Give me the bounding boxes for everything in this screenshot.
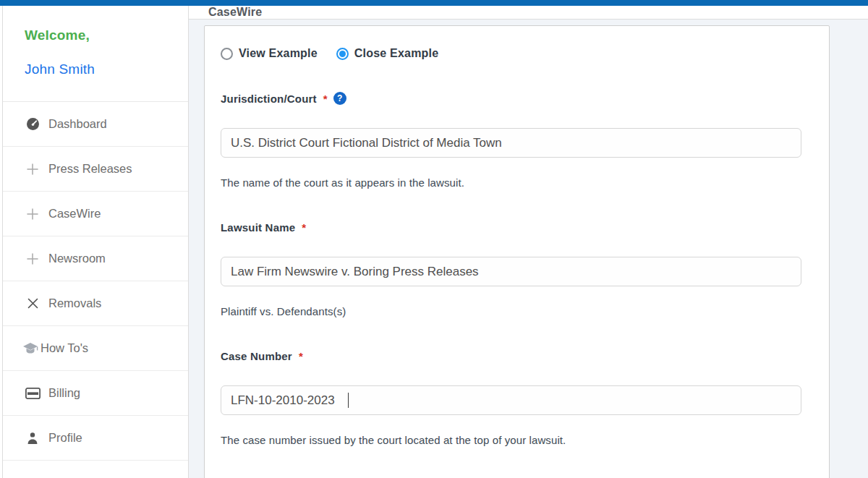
sidebar-item-dashboard[interactable]: Dashboard xyxy=(3,102,188,147)
welcome-block: Welcome, John Smith xyxy=(3,6,188,101)
content-background: View Example Close Example Jurisdiction/… xyxy=(189,20,868,478)
radio-unselected-icon[interactable] xyxy=(221,48,233,60)
jurisdiction-label-row: Jurisdiction/Court * ? xyxy=(221,92,801,105)
field-helper-text: Plaintiff vs. Defendants(s) xyxy=(221,305,801,317)
text-caret xyxy=(348,393,349,408)
lawsuit-name-input-wrap xyxy=(221,257,801,286)
sidebar-item-label: Newsroom xyxy=(48,252,106,265)
user-name-link[interactable]: John Smith xyxy=(25,61,166,77)
sidebar-item-press-releases[interactable]: Press Releases xyxy=(3,147,188,192)
sidebar-item-label: Dashboard xyxy=(48,117,107,131)
sidebar-nav: Dashboard Press Releases CaseWire xyxy=(3,101,188,461)
radio-selected-icon[interactable] xyxy=(336,48,349,60)
sidebar-item-label: Billing xyxy=(48,386,80,400)
dashboard-gauge-icon xyxy=(24,117,41,131)
radio-close-example[interactable]: Close Example xyxy=(336,47,438,60)
top-accent-bar xyxy=(0,0,868,6)
case-number-label-row: Case Number * xyxy=(221,349,801,362)
field-label: Lawsuit Name xyxy=(221,221,295,234)
sidebar: Welcome, John Smith Dashboard xyxy=(2,6,189,478)
lawsuit-name-input[interactable] xyxy=(221,257,801,286)
x-icon xyxy=(24,297,41,310)
casewire-form-card: View Example Close Example Jurisdiction/… xyxy=(204,25,830,478)
sidebar-item-billing[interactable]: Billing xyxy=(3,371,188,416)
sidebar-item-label: Press Releases xyxy=(48,162,132,176)
page-title: CaseWire xyxy=(208,6,262,19)
sidebar-item-how-tos[interactable]: How To's xyxy=(3,326,188,371)
sidebar-item-newsroom[interactable]: Newsroom xyxy=(3,236,188,281)
sidebar-item-label: Removals xyxy=(48,296,101,310)
field-label: Case Number xyxy=(221,350,292,362)
example-radio-row: View Example Close Example xyxy=(221,47,801,60)
sidebar-item-label: Profile xyxy=(48,431,82,445)
sidebar-item-casewire[interactable]: CaseWire xyxy=(3,192,188,236)
radio-label: View Example xyxy=(239,47,318,60)
credit-card-icon xyxy=(24,388,41,399)
case-number-input[interactable] xyxy=(221,385,801,415)
required-asterisk: * xyxy=(299,350,303,362)
required-asterisk: * xyxy=(323,93,328,105)
help-question-icon[interactable]: ? xyxy=(333,92,346,105)
plus-icon xyxy=(24,163,41,176)
page-header: CaseWire xyxy=(189,6,868,20)
required-asterisk: * xyxy=(302,221,306,234)
sidebar-item-label: How To's xyxy=(41,341,88,355)
main-area: CaseWire View Example Close Example xyxy=(189,6,868,478)
case-number-input-wrap xyxy=(221,385,801,415)
sidebar-item-removals[interactable]: Removals xyxy=(3,281,188,326)
graduation-cap-icon xyxy=(22,341,39,355)
radio-label: Close Example xyxy=(354,47,438,60)
plus-icon xyxy=(24,208,41,221)
jurisdiction-input[interactable] xyxy=(221,128,801,158)
field-helper-text: The name of the court as it appears in t… xyxy=(221,176,801,189)
plus-icon xyxy=(24,252,41,265)
lawsuit-name-label-row: Lawsuit Name * xyxy=(221,221,801,234)
sidebar-item-profile[interactable]: Profile xyxy=(3,416,188,461)
field-label: Jurisdiction/Court xyxy=(221,93,317,105)
welcome-label: Welcome, xyxy=(25,27,166,43)
field-helper-text: The case number issued by the court loca… xyxy=(221,434,801,446)
person-icon xyxy=(24,432,41,445)
radio-view-example[interactable]: View Example xyxy=(221,47,318,60)
jurisdiction-input-wrap xyxy=(221,128,801,158)
page-layout: Welcome, John Smith Dashboard xyxy=(0,6,868,478)
sidebar-item-label: CaseWire xyxy=(48,207,101,221)
